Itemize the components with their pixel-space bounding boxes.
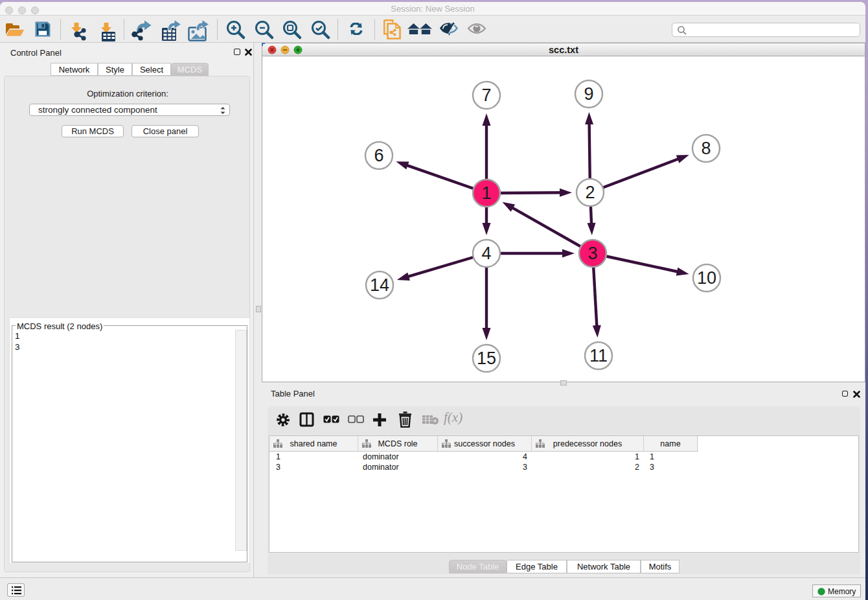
svg-text:4: 4 (481, 244, 491, 263)
svg-text:9: 9 (584, 84, 593, 104)
svg-text:1: 1 (481, 183, 491, 203)
svg-text:10: 10 (697, 268, 716, 288)
svg-text:6: 6 (374, 146, 383, 165)
svg-text:15: 15 (477, 349, 496, 368)
svg-text:11: 11 (589, 346, 608, 365)
svg-text:14: 14 (370, 275, 389, 295)
svg-text:7: 7 (481, 86, 491, 105)
svg-text:3: 3 (588, 244, 597, 263)
svg-text:2: 2 (585, 183, 595, 202)
svg-text:8: 8 (701, 139, 711, 158)
